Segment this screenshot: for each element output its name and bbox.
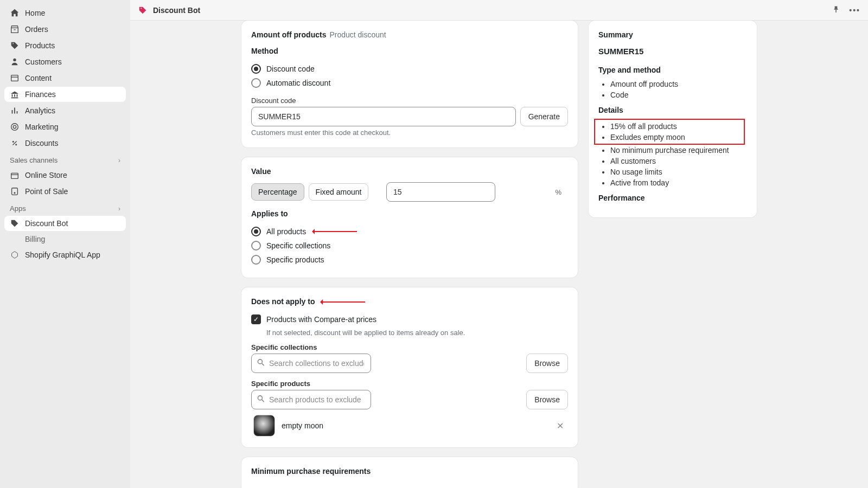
summary-header: Summary	[598, 30, 747, 39]
chevron-right-icon: ›	[118, 205, 120, 213]
browse-products-button[interactable]: Browse	[526, 390, 568, 409]
radio-specific-products[interactable]: Specific products	[251, 253, 568, 267]
svg-point-0	[13, 59, 16, 61]
min-purchase-card: Minimum purchase requirements	[241, 457, 578, 488]
code-label: Discount code	[251, 97, 568, 105]
search-icon	[257, 358, 265, 369]
tag-icon	[10, 41, 20, 50]
nav-content[interactable]: Content	[4, 70, 126, 86]
radio-label: All products	[266, 227, 306, 236]
nav-finances[interactable]: Finances	[4, 87, 126, 102]
summary-details-header: Details	[598, 106, 747, 114]
radio-icon	[251, 227, 261, 236]
pos-icon	[10, 187, 20, 196]
nav-online-store[interactable]: Online Store	[4, 168, 126, 183]
graphiql-icon	[10, 250, 20, 260]
content-icon	[10, 73, 20, 83]
list-item: Amount off products	[610, 79, 747, 89]
nav-pos[interactable]: Point of Sale	[4, 184, 126, 199]
min-purchase-header: Minimum purchase requirements	[251, 467, 568, 476]
nav-customers[interactable]: Customers	[4, 54, 126, 69]
card-title: Amount off products	[251, 30, 326, 39]
radio-label: Specific products	[266, 255, 324, 264]
nav-discount-bot[interactable]: Discount Bot	[4, 216, 126, 231]
svg-point-8	[258, 359, 262, 364]
remove-excluded-button[interactable]: ✕	[554, 419, 566, 433]
radio-specific-collections[interactable]: Specific collections	[251, 239, 568, 253]
seg-percentage[interactable]: Percentage	[251, 183, 304, 201]
discount-icon	[10, 138, 20, 148]
nav-label: Content	[25, 74, 52, 82]
radio-icon	[251, 241, 261, 251]
exclude-products-search[interactable]	[251, 390, 371, 409]
checkbox-checked-icon: ✓	[251, 314, 261, 324]
page-title: Discount Bot	[153, 6, 200, 15]
nav-label: Discount Bot	[25, 219, 68, 228]
list-item: All customers	[610, 156, 747, 166]
nav-billing[interactable]: Billing	[4, 232, 126, 246]
radio-icon	[251, 78, 261, 88]
chevron-right-icon: ›	[118, 157, 120, 164]
app-tag-icon	[10, 219, 20, 228]
nav-label: Finances	[25, 90, 56, 99]
radio-all-products[interactable]: All products	[251, 224, 568, 239]
list-item: Code	[610, 89, 747, 100]
svg-point-6	[14, 192, 15, 194]
svg-point-9	[258, 396, 262, 400]
svg-point-3	[13, 125, 16, 128]
search-icon	[257, 395, 265, 405]
nav-products[interactable]: Products	[4, 38, 126, 53]
code-help-text: Customers must enter this code at checko…	[251, 129, 568, 137]
card-subtitle: Product discount	[329, 30, 386, 39]
radio-icon	[251, 255, 261, 265]
nav-label: Shopify GraphiQL App	[25, 251, 100, 259]
method-header: Method	[251, 47, 568, 55]
nav-graphiql[interactable]: Shopify GraphiQL App	[4, 247, 126, 262]
radio-discount-code[interactable]: Discount code	[251, 62, 568, 76]
excluded-product-row: empty moon ✕	[251, 409, 568, 436]
nav-label: Marketing	[25, 123, 58, 131]
list-item: Excludes empty moon	[610, 132, 741, 143]
nav-label: Products	[25, 41, 55, 50]
nav-analytics[interactable]: Analytics	[4, 103, 126, 118]
radio-label: Automatic discount	[266, 79, 330, 87]
home-icon	[10, 8, 20, 18]
generate-button[interactable]: Generate	[520, 107, 568, 126]
radio-label: Discount code	[266, 65, 315, 73]
summary-type-header: Type and method	[598, 66, 747, 74]
list-item: No minimum purchase requirement	[610, 145, 747, 156]
annotation-arrow	[314, 231, 357, 232]
exclude-header: Does not apply to	[251, 297, 568, 306]
store-icon	[10, 170, 20, 180]
svg-marker-7	[12, 252, 18, 259]
summary-code: SUMMER15	[598, 47, 747, 56]
discount-code-input[interactable]	[251, 107, 516, 126]
nav-marketing[interactable]: Marketing	[4, 119, 126, 134]
apps-header[interactable]: Apps›	[4, 200, 126, 215]
exclude-collections-search[interactable]	[251, 354, 371, 373]
percent-suffix: %	[555, 188, 561, 196]
nav-discounts[interactable]: Discounts	[4, 136, 126, 151]
nav-orders[interactable]: Orders	[4, 22, 126, 37]
value-amount-input[interactable]	[386, 182, 495, 202]
person-icon	[10, 57, 20, 67]
pin-icon[interactable]	[832, 5, 840, 15]
nav-home[interactable]: Home	[4, 5, 126, 21]
radio-automatic[interactable]: Automatic discount	[251, 76, 568, 90]
analytics-icon	[10, 106, 20, 115]
value-header: Value	[251, 167, 568, 176]
seg-fixed[interactable]: Fixed amount	[309, 183, 369, 201]
nav-label: Analytics	[25, 106, 55, 115]
excluded-product-name: empty moon	[282, 421, 323, 430]
more-icon[interactable]: •••	[849, 6, 860, 15]
exclude-collections-label: Specific collections	[251, 343, 568, 351]
checkbox-compare-at[interactable]: ✓ Products with Compare-at prices	[251, 312, 568, 326]
sales-channels-header[interactable]: Sales channels›	[4, 152, 126, 166]
nav-label: Billing	[25, 235, 45, 243]
browse-collections-button[interactable]: Browse	[526, 354, 568, 373]
nav-label: Online Store	[25, 171, 67, 179]
nav-label: Customers	[25, 57, 62, 66]
list-item: Active from today	[610, 177, 747, 188]
svg-rect-4	[11, 173, 18, 178]
summary-type-list: Amount off products Code	[598, 79, 747, 100]
